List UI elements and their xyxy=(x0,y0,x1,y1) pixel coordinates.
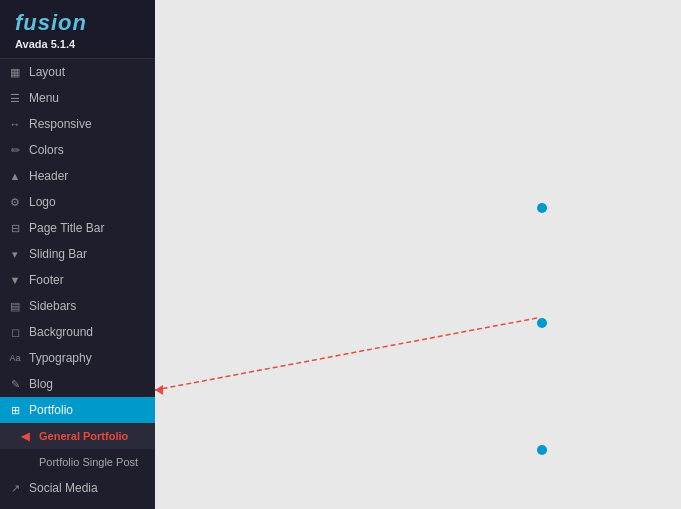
sidebar-item-footer[interactable]: ▼ Footer xyxy=(0,267,155,293)
sidebar-item-portfolio-single-post[interactable]: Portfolio Single Post xyxy=(0,449,155,475)
sidebar-item-slideshows[interactable]: ▣ Slideshows xyxy=(0,501,155,509)
sidebar-item-label: Logo xyxy=(29,195,56,209)
sidebar-item-label: Footer xyxy=(29,273,64,287)
social-media-icon: ↗ xyxy=(8,481,22,495)
footer-icon: ▼ xyxy=(8,273,22,287)
sidebar-item-label: Menu xyxy=(29,91,59,105)
colors-icon: ✏ xyxy=(8,143,22,157)
sidebar-item-label: Social Media xyxy=(29,481,98,495)
dot-1 xyxy=(537,203,547,213)
sidebar-item-label: General Portfolio xyxy=(39,430,128,442)
portfolio-single-post-icon xyxy=(18,455,32,469)
logo-icon: ⚙ xyxy=(8,195,22,209)
sidebar-item-responsive[interactable]: ↔ Responsive xyxy=(0,111,155,137)
sidebar-item-label: Page Title Bar xyxy=(29,221,104,235)
portfolio-icon: ⊞ xyxy=(8,403,22,417)
dot-3 xyxy=(537,445,547,455)
arrow-annotation xyxy=(155,0,681,509)
sidebar-item-label: Header xyxy=(29,169,68,183)
general-portfolio-icon: ◀ xyxy=(18,429,32,443)
sidebar-nav: ▦ Layout ☰ Menu ↔ Responsive ✏ Colors ▲ … xyxy=(0,59,155,509)
sidebar-item-sliding-bar[interactable]: ▾ Sliding Bar xyxy=(0,241,155,267)
sidebar-version: Avada 5.1.4 xyxy=(15,38,140,50)
sidebar-item-layout[interactable]: ▦ Layout xyxy=(0,59,155,85)
main-content xyxy=(155,0,681,509)
typography-icon: Aa xyxy=(8,351,22,365)
sidebars-icon: ▤ xyxy=(8,299,22,313)
sidebar-logo: fusion xyxy=(15,10,140,36)
sidebar-item-general-portfolio[interactable]: ◀ General Portfolio xyxy=(0,423,155,449)
blog-icon: ✎ xyxy=(8,377,22,391)
sidebar-item-logo[interactable]: ⚙ Logo xyxy=(0,189,155,215)
sidebar: fusion Avada 5.1.4 ▦ Layout ☰ Menu ↔ Res… xyxy=(0,0,155,509)
sidebar-item-typography[interactable]: Aa Typography xyxy=(0,345,155,371)
sidebar-item-background[interactable]: ◻ Background xyxy=(0,319,155,345)
sidebar-item-label: Portfolio Single Post xyxy=(39,456,138,468)
sidebar-item-label: Colors xyxy=(29,143,64,157)
sidebar-item-blog[interactable]: ✎ Blog xyxy=(0,371,155,397)
sidebar-item-header[interactable]: ▲ Header xyxy=(0,163,155,189)
sidebar-item-label: Layout xyxy=(29,65,65,79)
sidebar-item-label: Typography xyxy=(29,351,92,365)
svg-line-0 xyxy=(155,318,537,390)
svg-marker-1 xyxy=(155,385,163,395)
sidebar-item-label: Sliding Bar xyxy=(29,247,87,261)
sliding-bar-icon: ▾ xyxy=(8,247,22,261)
sidebar-item-label: Sidebars xyxy=(29,299,76,313)
dot-2 xyxy=(537,318,547,328)
sidebar-item-menu[interactable]: ☰ Menu xyxy=(0,85,155,111)
menu-icon: ☰ xyxy=(8,91,22,105)
sidebar-header: fusion Avada 5.1.4 xyxy=(0,0,155,59)
header-icon: ▲ xyxy=(8,169,22,183)
layout-icon: ▦ xyxy=(8,65,22,79)
sidebar-item-label: Responsive xyxy=(29,117,92,131)
responsive-icon: ↔ xyxy=(8,117,22,131)
sidebar-item-label: Blog xyxy=(29,377,53,391)
page-title-bar-icon: ⊟ xyxy=(8,221,22,235)
sidebar-item-label: Background xyxy=(29,325,93,339)
sidebar-item-page-title-bar[interactable]: ⊟ Page Title Bar xyxy=(0,215,155,241)
sidebar-item-portfolio[interactable]: ⊞ Portfolio xyxy=(0,397,155,423)
background-icon: ◻ xyxy=(8,325,22,339)
sidebar-item-label: Portfolio xyxy=(29,403,73,417)
sidebar-item-sidebars[interactable]: ▤ Sidebars xyxy=(0,293,155,319)
sidebar-item-colors[interactable]: ✏ Colors xyxy=(0,137,155,163)
sidebar-item-social-media[interactable]: ↗ Social Media xyxy=(0,475,155,501)
